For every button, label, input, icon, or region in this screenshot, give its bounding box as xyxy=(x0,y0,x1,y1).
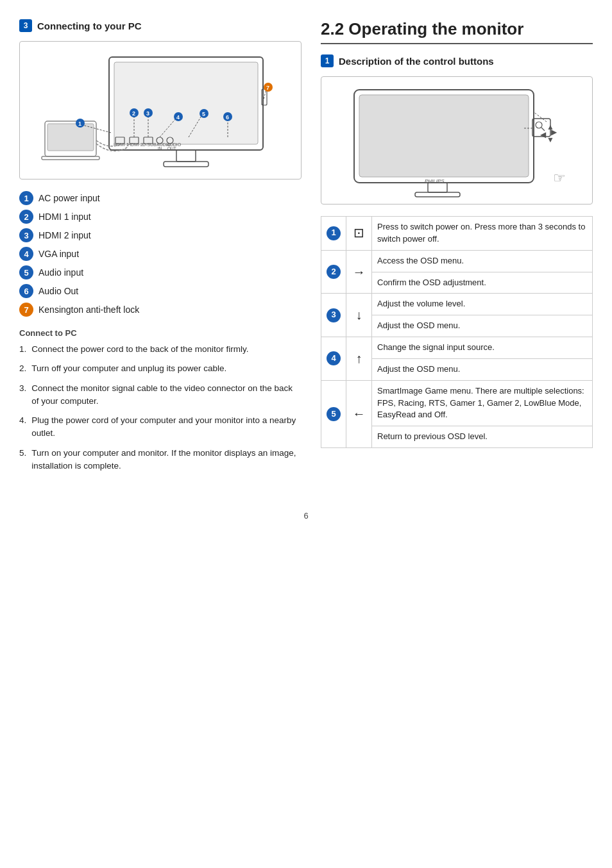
control-table: 1 ⊡ Press to switch power on. Press more… xyxy=(321,216,593,448)
step-5: 5. Turn on your computer and monitor. If… xyxy=(19,447,302,473)
svg-text:◀: ◀ xyxy=(540,130,547,139)
connector-item-5: 5 Audio input xyxy=(19,265,302,280)
connector-label-1: AC power input xyxy=(38,193,100,203)
control-num-2: 2 xyxy=(321,250,346,294)
step-text-3: Connect the monitor signal cable to the … xyxy=(31,382,302,408)
connector-item-2: 2 HDMI 1 input xyxy=(19,210,302,224)
control-icon-4: ↑ xyxy=(346,337,372,381)
section3-header: 3 Connecting to your PC xyxy=(19,19,302,32)
connector-item-1: 1 AC power input xyxy=(19,191,302,205)
svg-text:4: 4 xyxy=(176,114,180,121)
control-desc-2a: Access the OSD menu. xyxy=(372,250,593,272)
control-num-4: 4 xyxy=(321,337,346,381)
svg-text:7: 7 xyxy=(266,85,269,91)
step-1: 1. Connect the power cord to the back of… xyxy=(19,343,302,356)
left-column: 3 Connecting to your PC HDMI 1 xyxy=(19,19,302,479)
svg-text:IN: IN xyxy=(158,146,162,151)
control-desc-3b: Adjust the OSD menu. xyxy=(372,315,593,337)
connector-item-6: 6 Audio Out xyxy=(19,284,302,298)
connector-label-5: Audio input xyxy=(38,267,83,278)
step-num-1: 1. xyxy=(19,343,26,356)
connector-list: 1 AC power input 2 HDMI 1 input 3 HDMI 2… xyxy=(19,191,302,317)
description-header: 1 Description of the control buttons xyxy=(321,54,593,67)
step-num-5: 5. xyxy=(19,447,26,473)
svg-rect-43 xyxy=(428,183,447,192)
description-section-num: 1 xyxy=(321,54,334,67)
svg-rect-1 xyxy=(47,124,94,151)
control-num-1: 1 xyxy=(321,217,346,251)
step-text-2: Turn off your computer and unplug its po… xyxy=(31,362,226,375)
svg-text:PHILIPS: PHILIPS xyxy=(425,178,445,184)
connector-item-3: 3 HDMI 2 input xyxy=(19,228,302,242)
svg-rect-4 xyxy=(114,62,258,144)
control-desc-1: Press to switch power on. Press more tha… xyxy=(372,217,593,251)
connector-num-2: 2 xyxy=(19,210,33,224)
svg-text:3: 3 xyxy=(146,110,149,117)
svg-text:☞: ☞ xyxy=(553,170,566,186)
step-num-2: 2. xyxy=(19,362,26,375)
connector-num-5: 5 xyxy=(19,265,33,280)
control-desc-3a: Adjust the volume level. xyxy=(372,294,593,315)
svg-line-54 xyxy=(534,112,547,122)
step-text-5: Turn on your computer and monitor. If th… xyxy=(31,447,302,473)
control-num-3: 3 xyxy=(321,294,346,337)
connector-num-6: 6 xyxy=(19,284,33,298)
section3-number: 3 xyxy=(19,19,32,32)
connector-label-6: Audio Out xyxy=(38,286,78,296)
page-number: 6 xyxy=(0,511,612,521)
control-row-1: 1 ⊡ Press to switch power on. Press more… xyxy=(321,217,593,251)
right-column: 2.2 Operating the monitor 1 Description … xyxy=(321,19,593,479)
step-text-4: Plug the power cord of your computer and… xyxy=(31,414,302,440)
control-row-2a: 2 → Access the OSD menu. xyxy=(321,250,593,272)
control-icon-3: ↓ xyxy=(346,294,372,337)
control-desc-2b: Confirm the OSD adjustment. xyxy=(372,272,593,294)
svg-text:6: 6 xyxy=(226,114,229,121)
connector-label-3: HDMI 2 input xyxy=(38,230,91,240)
svg-text:OUT: OUT xyxy=(167,146,176,151)
control-num-5: 5 xyxy=(321,380,346,447)
step-2: 2. Turn off your computer and unplug its… xyxy=(19,362,302,375)
svg-rect-5 xyxy=(176,150,196,162)
svg-text:5: 5 xyxy=(202,111,205,117)
connector-item-7: 7 Kensington anti-theft lock xyxy=(19,303,302,317)
svg-text:2: 2 xyxy=(132,110,135,117)
svg-point-46 xyxy=(536,122,542,128)
control-row-4a: 4 ↑ Change the signal input source. xyxy=(321,337,593,359)
connector-item-4: 4 VGA input xyxy=(19,247,302,261)
step-text-1: Connect the power cord to the back of th… xyxy=(31,343,248,356)
svg-text:D-SUB: D-SUB xyxy=(142,142,157,147)
connector-label-4: VGA input xyxy=(38,249,79,259)
monitor-illustration-svg: ▶ ▼ ▲ ◀ ☞ PHILIPS xyxy=(335,83,579,202)
svg-text:▼: ▼ xyxy=(547,135,554,144)
step-3: 3. Connect the monitor signal cable to t… xyxy=(19,382,302,408)
section3-title: Connecting to your PC xyxy=(37,21,142,31)
svg-rect-6 xyxy=(164,162,208,167)
control-desc-5a: SmartImage Game menu. There are multiple… xyxy=(372,380,593,426)
step-num-4: 4. xyxy=(19,414,26,440)
control-desc-4b: Adjust the OSD menu. xyxy=(372,358,593,380)
monitor-diagram-svg: HDMI 1 HDMI 2 D-SUB AUDIO IN AUDIO OUT xyxy=(38,51,282,172)
description-title: Description of the control buttons xyxy=(339,56,494,67)
control-desc-4a: Change the signal input source. xyxy=(372,337,593,359)
control-row-3a: 3 ↓ Adjust the volume level. xyxy=(321,294,593,315)
control-icon-1: ⊡ xyxy=(346,217,372,251)
connector-label-7: Kensington anti-theft lock xyxy=(38,305,139,315)
connector-num-7: 7 xyxy=(19,303,33,317)
svg-rect-42 xyxy=(359,95,529,177)
svg-rect-2 xyxy=(42,156,99,160)
control-icon-2: → xyxy=(346,250,372,294)
svg-text:▲: ▲ xyxy=(547,122,554,131)
control-row-5a: 5 ← SmartImage Game menu. There are mult… xyxy=(321,380,593,426)
connector-num-3: 3 xyxy=(19,228,33,242)
monitor-diagram: HDMI 1 HDMI 2 D-SUB AUDIO IN AUDIO OUT xyxy=(19,41,302,179)
control-icon-5: ← xyxy=(346,380,372,447)
step-4: 4. Plug the power cord of your computer … xyxy=(19,414,302,440)
svg-text:1: 1 xyxy=(78,121,81,127)
control-desc-5b: Return to previous OSD level. xyxy=(372,426,593,448)
connector-num-4: 4 xyxy=(19,247,33,261)
steps-list: 1. Connect the power cord to the back of… xyxy=(19,343,302,472)
main-title: 2.2 Operating the monitor xyxy=(321,19,593,44)
svg-rect-44 xyxy=(415,192,460,197)
monitor-illustration: ▶ ▼ ▲ ◀ ☞ PHILIPS xyxy=(321,76,593,204)
svg-text:HDMI 2: HDMI 2 xyxy=(128,142,143,147)
